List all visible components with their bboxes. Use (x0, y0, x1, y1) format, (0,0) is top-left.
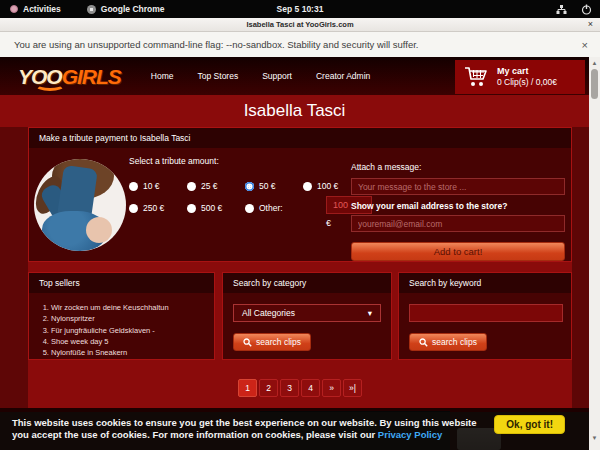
search-clips-button-category[interactable]: search clips (233, 333, 311, 351)
amount-label: Select a tribute amount: (129, 156, 375, 166)
content-container: Make a tribute payment to Isabella Tasci… (28, 127, 572, 408)
site-logo[interactable]: YOOGIRLS (18, 66, 121, 87)
page-button-4[interactable]: 4 (301, 379, 320, 397)
warning-close-icon[interactable]: × (582, 39, 588, 51)
seller-item[interactable]: Nylonspritzer (51, 313, 206, 324)
nav-top-stores[interactable]: Top Stores (198, 71, 239, 81)
activities-label: Activities (23, 4, 61, 14)
scrollbar-down-arrow[interactable]: ▼ (589, 432, 600, 443)
search-category-header: Search by category (223, 273, 391, 293)
category-dropdown-value: All Categories (242, 308, 295, 318)
screen: Activities Google Chrome Sep 5 10:31 (0, 0, 600, 450)
cookie-accept-button[interactable]: Ok, got it! (494, 415, 565, 434)
chrome-app-label: Google Chrome (101, 4, 165, 14)
search-icon (243, 338, 252, 347)
radio-icon-checked[interactable] (245, 182, 254, 191)
seller-item[interactable]: Wir zocken um deine Keuschhaltun (51, 302, 206, 313)
scrollbar-thumb[interactable] (591, 69, 598, 99)
page-button-1[interactable]: 1 (238, 379, 257, 397)
top-sellers-header: Top sellers (29, 273, 214, 293)
radio-icon[interactable] (187, 182, 196, 191)
message-input[interactable] (351, 178, 565, 195)
nav-creator-admin[interactable]: Creator Admin (316, 71, 370, 81)
message-block: Attach a message: Show your email addres… (351, 156, 565, 261)
cart-summary: 0 Clip(s) / 0,00€ (497, 77, 557, 87)
search-clips-button-keyword[interactable]: search clips (409, 333, 487, 351)
browser-scrollbar[interactable]: ▲ ▼ (589, 57, 600, 450)
seller-item[interactable]: Für jungfräuliche Geldsklaven - (51, 325, 206, 336)
model-avatar[interactable] (34, 159, 126, 251)
radio-icon[interactable] (187, 204, 196, 213)
cookie-message: This website uses cookies to ensure you … (12, 417, 484, 442)
message-label: Attach a message: (351, 162, 421, 172)
activities-menu[interactable]: Activities (10, 4, 61, 14)
privacy-policy-link[interactable]: Privacy Policy (378, 429, 442, 440)
chrome-icon (87, 5, 96, 14)
seller-item[interactable]: Shoe week day 5 (51, 336, 206, 347)
amount-option-10[interactable]: 10 € (129, 181, 187, 191)
cart-icon (464, 66, 488, 88)
amount-option-25[interactable]: 25 € (187, 181, 245, 191)
system-top-bar: Activities Google Chrome Sep 5 10:31 (0, 0, 600, 18)
tribute-panel-header: Make a tribute payment to Isabella Tasci (29, 128, 571, 148)
amount-option-500[interactable]: 500 € (187, 203, 245, 213)
page-button-next[interactable]: » (322, 379, 341, 397)
radio-icon[interactable] (129, 204, 138, 213)
top-sellers-list: Wir zocken um deine Keuschhaltun Nylonsp… (51, 302, 206, 358)
scrollbar-up-arrow[interactable]: ▲ (589, 57, 600, 68)
window-close-icon[interactable]: × (588, 19, 593, 29)
window-titlebar[interactable]: Isabella Tasci at YooGirls.com × (0, 18, 600, 32)
search-keyword-header: Search by keyword (399, 273, 571, 293)
add-to-cart-button[interactable]: Add to cart! (351, 242, 565, 261)
page-title: Isabella Tasci (244, 101, 346, 121)
cart-title: My cart (497, 65, 557, 77)
seller-item[interactable]: Nylonfüße in Sneakern (51, 347, 206, 358)
page-button-last[interactable]: »| (343, 379, 362, 397)
logo-text-girls: GIRLS (62, 65, 121, 88)
page-title-strip: Isabella Tasci (0, 95, 589, 127)
tribute-panel: Make a tribute payment to Isabella Tasci… (28, 127, 572, 262)
amount-option-other[interactable]: Other: (245, 203, 303, 213)
keyword-input[interactable] (409, 304, 563, 322)
cookie-notice: This website uses cookies to ensure you … (0, 412, 589, 450)
email-input[interactable] (351, 215, 565, 232)
webpage: YOOGIRLS Home Top Stores Support Creator… (0, 57, 589, 450)
nav-home[interactable]: Home (151, 71, 174, 81)
power-icon[interactable] (581, 4, 592, 15)
category-dropdown[interactable]: All Categories ▾ (233, 304, 381, 322)
radio-icon[interactable] (245, 204, 254, 213)
activities-icon (10, 5, 18, 13)
search-icon (419, 338, 428, 347)
nav-support[interactable]: Support (262, 71, 292, 81)
currency-symbol: € (326, 218, 331, 228)
radio-icon[interactable] (303, 182, 312, 191)
chevron-down-icon: ▾ (368, 308, 372, 318)
amount-option-250[interactable]: 250 € (129, 203, 187, 213)
search-category-panel: Search by category All Categories ▾ sear… (222, 272, 392, 360)
page-button-3[interactable]: 3 (280, 379, 299, 397)
amount-block: Select a tribute amount: 10 € 25 € 50 (129, 156, 375, 219)
page-button-2[interactable]: 2 (259, 379, 278, 397)
logo-smile-icon (35, 79, 65, 91)
chrome-app-menu[interactable]: Google Chrome (87, 4, 165, 14)
cart-widget[interactable]: My cart 0 Clip(s) / 0,00€ (455, 60, 585, 94)
site-header: YOOGIRLS Home Top Stores Support Creator… (0, 57, 589, 95)
search-keyword-panel: Search by keyword search clips (398, 272, 572, 360)
warning-text: You are using an unsupported command-lin… (14, 39, 419, 50)
chrome-warning-bar: You are using an unsupported command-lin… (0, 32, 600, 57)
amount-option-50[interactable]: 50 € (245, 181, 303, 191)
main-nav: Home Top Stores Support Creator Admin (151, 71, 370, 81)
email-label: Show your email address to the store? (351, 201, 565, 211)
network-icon[interactable] (556, 4, 567, 15)
radio-icon[interactable] (129, 182, 138, 191)
pagination: 1 2 3 4 » »| (28, 379, 572, 397)
top-sellers-panel: Top sellers Wir zocken um deine Keuschha… (28, 272, 215, 360)
window-title: Isabella Tasci at YooGirls.com (246, 20, 353, 29)
